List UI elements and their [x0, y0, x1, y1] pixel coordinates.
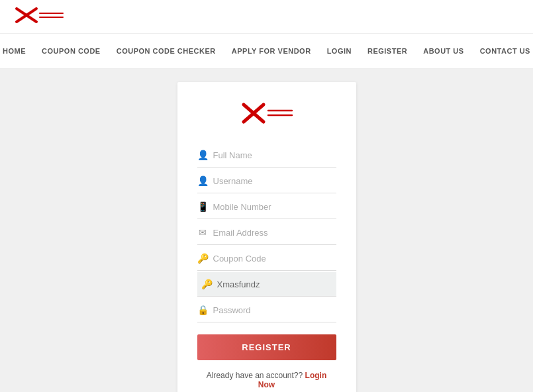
user-icon-2: 👤 — [197, 175, 208, 186]
nav-item-register[interactable]: REGISTER — [360, 34, 415, 68]
coupon-code-field: 🔑 — [197, 246, 336, 271]
nav-item-login[interactable]: LOGIN — [319, 34, 360, 68]
mobile-icon: 📱 — [197, 201, 208, 212]
form-logo — [197, 102, 336, 127]
username-field: 👤 — [197, 169, 336, 193]
header — [0, 0, 533, 34]
lock-icon: 🔒 — [197, 305, 208, 315]
nav-item-coupon-code[interactable]: COUPON CODE — [34, 34, 109, 68]
login-link-area: Already have an account?? Login Now — [197, 371, 336, 389]
coupon-code-filled-input[interactable] — [217, 279, 332, 289]
full-name-field: 👤 — [197, 143, 336, 168]
register-form-panel: 👤 👤 📱 ✉ 🔑 🔑 🔒 — [177, 82, 356, 392]
key-icon: 🔑 — [197, 253, 208, 264]
nav-item-about-us[interactable]: ABOUT US — [415, 34, 471, 68]
register-button[interactable]: REGISTER — [197, 334, 336, 360]
already-account-text: Already have an account?? — [207, 371, 303, 380]
key-icon-2: 🔑 — [201, 279, 212, 289]
logo-icon — [13, 5, 66, 25]
nav-item-apply-for-vendor[interactable]: APPLY FOR VENDOR — [224, 34, 319, 68]
coupon-code-input[interactable] — [213, 254, 336, 264]
form-logo-icon — [240, 102, 293, 124]
username-input[interactable] — [213, 176, 336, 186]
nav-item-coupon-code-checker[interactable]: COUPON CODE CHECKER — [109, 34, 224, 68]
full-name-input[interactable] — [213, 150, 336, 160]
email-field: ✉ — [197, 220, 336, 245]
email-icon: ✉ — [197, 227, 208, 238]
main-content: 👤 👤 📱 ✉ 🔑 🔑 🔒 — [0, 69, 533, 392]
user-icon: 👤 — [197, 150, 208, 160]
password-field: 🔒 — [197, 298, 336, 322]
nav-item-contact-us[interactable]: CONTACT US — [472, 34, 533, 68]
navbar: HOME COUPON CODE COUPON CODE CHECKER APP… — [0, 34, 533, 69]
password-input[interactable] — [213, 305, 336, 315]
coupon-code-filled-field: 🔑 — [197, 272, 336, 297]
email-input[interactable] — [213, 228, 336, 238]
mobile-field: 📱 — [197, 195, 336, 219]
nav-item-home[interactable]: HOME — [0, 34, 34, 68]
mobile-input[interactable] — [213, 202, 336, 212]
logo — [13, 5, 73, 28]
